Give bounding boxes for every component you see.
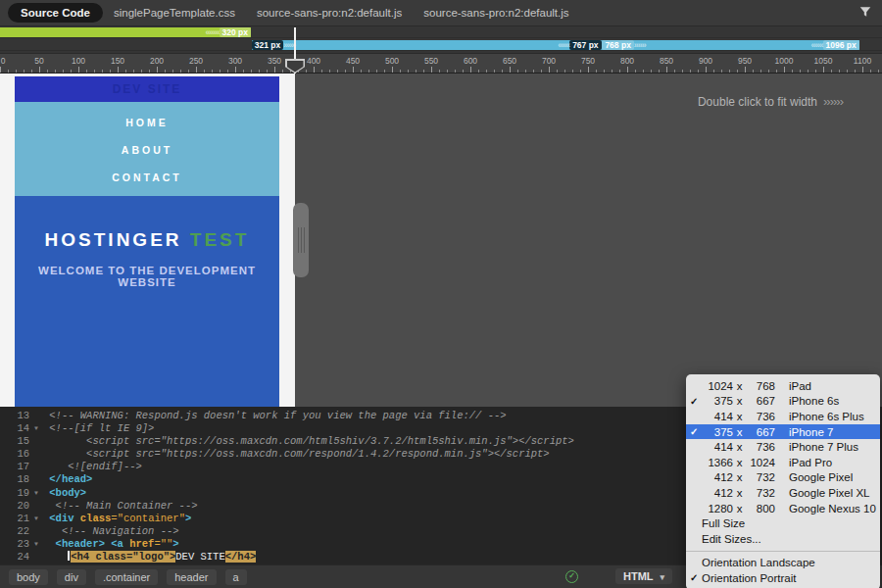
- hint-chevrons-icon: ››››››: [823, 94, 843, 109]
- menu-item-iphone-7[interactable]: ✓375x667iPhone 7: [686, 424, 880, 440]
- site-hero: HOSTINGER TEST WELCOME TO THE DEVELOPMEN…: [15, 196, 279, 407]
- line-number: 19: [0, 487, 29, 500]
- site-logo[interactable]: DEV SITE: [113, 82, 182, 96]
- chevrons-left-icon: ‹‹‹‹‹‹: [811, 40, 823, 50]
- tag-selector-div[interactable]: div: [57, 569, 86, 585]
- viewport-drag-handle[interactable]: [293, 203, 309, 277]
- chevron-down-icon: ▾: [661, 572, 665, 582]
- fold-arrow-icon[interactable]: ▼: [29, 538, 43, 551]
- visual-media-queries: ‹‹‹‹‹‹‹320 px 321 px››››››‹‹‹‹‹‹767 px76…: [0, 26, 882, 53]
- tab-source-code[interactable]: Source Code: [8, 3, 103, 23]
- fold-gutter: [29, 551, 43, 564]
- document-toolbar: Source CodesinglePageTemplate.csssource-…: [0, 0, 882, 26]
- tab-source-sans-pro-n2-default-js[interactable]: source-sans-pro:n2:default.js: [413, 3, 579, 23]
- fold-gutter: [29, 461, 43, 473]
- hero-title-accent: TEST: [190, 229, 250, 250]
- chevrons-right-icon: ››››››: [634, 40, 646, 50]
- mq-label-321: 321 px: [252, 40, 283, 50]
- site-header: DEV SITE: [15, 76, 279, 102]
- fold-gutter: [29, 473, 43, 486]
- site-nav: HOMEABOUTCONTACT: [15, 102, 279, 196]
- tag-selector-body[interactable]: body: [9, 569, 48, 585]
- media-query-bar-blue-2[interactable]: 768 px››››››‹‹‹‹‹‹1096 px: [602, 40, 858, 50]
- checkmark-icon: ✓: [690, 396, 702, 407]
- line-number: 22: [0, 525, 29, 538]
- fold-gutter: [29, 500, 43, 513]
- chevrons-left-icon: ‹‹‹‹‹‹‹: [206, 27, 220, 37]
- hero-subtitle: WELCOME TO THE DEVELOPMENT WEBSITE: [15, 265, 279, 288]
- menu-item-google-pixel-xl[interactable]: 412x732Google Pixel XL: [686, 485, 880, 501]
- menu-item-full-size[interactable]: Full Size: [686, 515, 880, 531]
- line-number: 15: [0, 435, 29, 448]
- tag-selector-container[interactable]: .container: [95, 569, 158, 585]
- preview-page: DEV SITE HOMEABOUTCONTACT HOSTINGER TEST…: [0, 74, 295, 407]
- lint-ok-icon: ✓: [565, 570, 578, 583]
- menu-item-iphone-6s-plus[interactable]: 414x736iPhone 6s Plus: [686, 409, 880, 424]
- media-query-row-green: ‹‹‹‹‹‹‹320 px: [0, 26, 882, 38]
- fold-arrow-icon[interactable]: ▼: [29, 487, 43, 500]
- line-number: 17: [0, 461, 29, 473]
- menu-item-ipad[interactable]: 1024x768iPad: [686, 378, 880, 394]
- menu-item-ipad-pro[interactable]: 1366x1024iPad Pro: [686, 455, 880, 470]
- fold-arrow-icon[interactable]: ▼: [29, 513, 43, 525]
- filter-icon[interactable]: [858, 5, 872, 23]
- menu-item-google-pixel[interactable]: 412x732Google Pixel: [686, 470, 880, 486]
- menu-item-edit-sizes[interactable]: Edit Sizes...: [686, 531, 880, 547]
- media-query-bar-green[interactable]: ‹‹‹‹‹‹‹320 px: [0, 27, 251, 37]
- menu-item-iphone-6s[interactable]: ✓375x667iPhone 6s: [686, 394, 880, 410]
- tag-selector-a[interactable]: a: [225, 569, 247, 585]
- live-view-stage: DEV SITE HOMEABOUTCONTACT HOSTINGER TEST…: [0, 74, 882, 407]
- nav-link-about[interactable]: ABOUT: [122, 136, 172, 164]
- fold-gutter: [29, 448, 43, 461]
- fold-gutter: [29, 525, 43, 538]
- text-caret: [68, 551, 70, 561]
- menu-item-google-nexus-10[interactable]: 1280x800Google Nexus 10: [686, 501, 880, 516]
- media-query-bar-blue-1[interactable]: 321 px››››››‹‹‹‹‹‹767 px: [252, 40, 602, 50]
- chevrons-left-icon: ‹‹‹‹‹‹: [558, 40, 569, 50]
- line-number: 13: [0, 410, 29, 422]
- fold-gutter: [29, 435, 43, 448]
- tag-selector: bodydiv.containerheadera: [0, 569, 247, 585]
- line-number: 18: [0, 473, 29, 486]
- checkmark-icon: ✓: [690, 426, 702, 437]
- line-number: 20: [0, 500, 29, 513]
- fit-width-hint: Double click to fit width››››››: [698, 94, 843, 109]
- mq-label-768: 768 px: [602, 40, 633, 50]
- menu-item-iphone-7-plus[interactable]: 414x736iPhone 7 Plus: [686, 439, 880, 455]
- tag-selector-header[interactable]: header: [167, 569, 216, 585]
- line-number: 21: [0, 513, 29, 525]
- checkmark-icon: ✓: [690, 572, 702, 583]
- media-query-row-blue: 321 px››››››‹‹‹‹‹‹767 px768 px››››››‹‹‹‹…: [0, 39, 882, 51]
- line-number: 23: [0, 538, 29, 551]
- tab-source-sans-pro-n2-default-js[interactable]: source-sans-pro:n2:default.js: [246, 3, 413, 23]
- preview-site-container: DEV SITE HOMEABOUTCONTACT HOSTINGER TEST…: [15, 76, 279, 407]
- nav-link-home[interactable]: HOME: [125, 109, 169, 136]
- hero-title: HOSTINGER TEST: [15, 229, 279, 251]
- menu-separator: [686, 551, 880, 552]
- menu-item-orientation-portrait[interactable]: ✓Orientation Portrait: [686, 570, 880, 586]
- line-number: 24: [0, 551, 29, 564]
- hero-title-primary: HOSTINGER: [45, 229, 182, 250]
- line-number: 14: [0, 422, 29, 435]
- mq-label-767: 767 px: [569, 40, 601, 50]
- mode-dropdown[interactable]: HTML▾: [615, 568, 672, 584]
- menu-item-orientation-landscape[interactable]: Orientation Landscape: [686, 556, 880, 571]
- nav-link-contact[interactable]: CONTACT: [112, 164, 182, 191]
- device-size-menu: 1024x768iPad✓375x667iPhone 6s414x736iPho…: [686, 374, 880, 588]
- ruler: 0501001502002503003504004505005506006507…: [0, 53, 882, 74]
- tab-singlepagetemplate-css[interactable]: singlePageTemplate.css: [103, 3, 246, 23]
- mq-label-320: 320 px: [220, 27, 251, 37]
- fold-arrow-icon[interactable]: ▼: [29, 422, 43, 435]
- line-number: 16: [0, 448, 29, 461]
- fold-gutter: [29, 410, 43, 422]
- mq-label-1096: 1096 px: [823, 40, 859, 50]
